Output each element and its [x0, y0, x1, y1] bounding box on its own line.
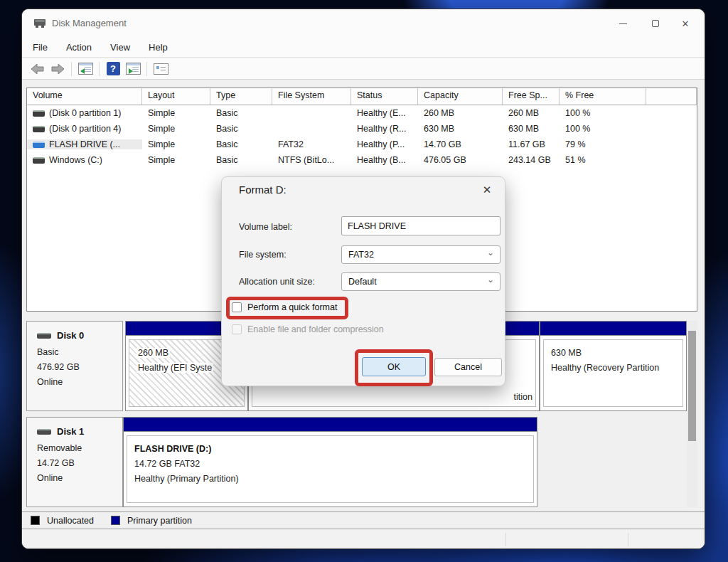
disk0-size: 476.92 GB: [37, 360, 122, 375]
volume-drive-icon-blue: [33, 142, 45, 148]
partition-recovery[interactable]: 630 MB Healthy (Recovery Partition: [540, 321, 687, 411]
close-button[interactable]: ✕: [669, 9, 702, 38]
disk0-label-box[interactable]: Disk 0 Basic 476.92 GB Online: [26, 321, 123, 411]
toolbar-separator: [99, 62, 100, 76]
console-tree-icon: [78, 63, 93, 75]
column-header-type[interactable]: Type: [210, 88, 272, 105]
volume-list-header: Volume Layout Type File System Status Ca…: [27, 88, 697, 105]
disk-icon: [37, 429, 51, 435]
dialog-title: Format D:: [239, 184, 287, 196]
disk0-state: Online: [37, 375, 122, 390]
column-header-pct-free[interactable]: % Free: [560, 88, 646, 105]
column-header-volume[interactable]: Volume: [27, 88, 142, 105]
menu-help[interactable]: Help: [149, 42, 168, 53]
column-header-free-space[interactable]: Free Sp...: [503, 88, 560, 105]
quick-format-checkbox[interactable]: [232, 302, 242, 312]
menu-bar: File Action View Help: [22, 38, 705, 58]
disk-management-window: Disk Management ✕ File Action View Help …: [21, 9, 705, 549]
table-row-selected[interactable]: FLASH DRIVE (... Simple Basic FAT32 Heal…: [27, 137, 697, 152]
table-row[interactable]: Windows (C:) Simple Basic NTFS (BitLo...…: [27, 152, 697, 168]
menu-file[interactable]: File: [33, 42, 48, 53]
toolbar-separator: [146, 62, 147, 76]
volume-label-input[interactable]: [341, 216, 500, 235]
legend-bar: Unallocated Primary partition: [22, 511, 705, 529]
disk0-kind: Basic: [37, 345, 122, 360]
volume-drive-icon: [33, 110, 45, 117]
compression-label: Enable file and folder compression: [247, 324, 384, 334]
table-row[interactable]: (Disk 0 partition 4) Simple Basic Health…: [27, 121, 697, 137]
volume-label-label: Volume label:: [239, 222, 292, 232]
maximize-button[interactable]: [639, 9, 672, 38]
ok-button[interactable]: OK: [362, 357, 426, 376]
unallocated-swatch: [31, 516, 40, 525]
dialog-close-button[interactable]: ✕: [479, 182, 495, 198]
disk1-kind: Removable: [37, 441, 122, 456]
file-system-select[interactable]: FAT32 ⌄: [341, 245, 500, 264]
disk1-label-box[interactable]: Disk 1 Removable 14.72 GB Online: [26, 417, 123, 507]
volume-drive-icon: [33, 157, 45, 164]
close-icon: ✕: [682, 18, 690, 29]
cancel-button[interactable]: Cancel: [434, 358, 502, 376]
legend-unallocated: Unallocated: [47, 516, 94, 526]
column-header-filler: [646, 88, 697, 105]
scrollbar-thumb[interactable]: [688, 331, 696, 441]
toolbar-separator: [71, 62, 72, 76]
chevron-down-icon: ⌄: [487, 275, 494, 285]
legend-primary-partition: Primary partition: [127, 516, 192, 526]
disk-icon: [37, 333, 51, 339]
back-arrow-icon: [31, 63, 45, 75]
partition-flash-drive[interactable]: FLASH DRIVE (D:) 14.72 GB FAT32 Healthy …: [123, 417, 537, 507]
back-button[interactable]: [28, 60, 48, 78]
quick-format-label: Perform a quick format: [247, 302, 337, 312]
toolbar: ?: [22, 58, 705, 80]
disk1-size: 14.72 GB: [37, 456, 122, 471]
window-title: Disk Management: [52, 18, 127, 28]
file-system-label: File system:: [239, 250, 287, 260]
column-header-layout[interactable]: Layout: [142, 88, 210, 105]
title-bar: Disk Management ✕: [22, 9, 705, 38]
format-dialog: Format D: ✕ Volume label: File system: F…: [221, 176, 505, 386]
menu-view[interactable]: View: [110, 42, 130, 53]
compression-checkbox-row: Enable file and folder compression: [232, 324, 384, 334]
disk1-state: Online: [37, 471, 122, 486]
properties-button[interactable]: [151, 60, 171, 78]
minimize-icon: [619, 23, 627, 24]
table-row[interactable]: (Disk 0 partition 1) Simple Basic Health…: [27, 105, 697, 121]
status-bar: [22, 529, 705, 549]
allocation-unit-select[interactable]: Default ⌄: [341, 272, 500, 291]
forward-button[interactable]: [48, 60, 68, 78]
column-header-file-system[interactable]: File System: [272, 88, 351, 105]
partition-color-band: [540, 322, 686, 336]
dialog-close-icon: ✕: [483, 184, 492, 196]
maximize-icon: [652, 20, 659, 27]
disk1-name: Disk 1: [57, 426, 84, 437]
action-pane-icon: [126, 63, 141, 75]
occluded-text-fragment: tition: [514, 392, 532, 402]
properties-icon: [154, 63, 168, 75]
chevron-down-icon: ⌄: [487, 248, 494, 258]
volume-drive-icon: [33, 126, 45, 132]
help-button[interactable]: ?: [103, 60, 123, 78]
column-header-capacity[interactable]: Capacity: [418, 88, 503, 105]
forward-arrow-icon: [50, 63, 65, 75]
help-icon: ?: [107, 62, 120, 75]
primary-partition-swatch: [111, 516, 120, 525]
minimize-button[interactable]: [606, 9, 639, 38]
show-action-pane-button[interactable]: [123, 60, 143, 78]
disk1-row: Disk 1 Removable 14.72 GB Online FLASH D…: [26, 417, 697, 507]
partition-color-band: [124, 418, 537, 432]
quick-format-checkbox-row[interactable]: Perform a quick format: [232, 302, 337, 312]
disk0-name: Disk 0: [57, 330, 84, 341]
allocation-unit-label: Allocation unit size:: [239, 277, 315, 287]
column-header-status[interactable]: Status: [351, 88, 418, 105]
vertical-scrollbar[interactable]: [687, 321, 697, 507]
menu-action[interactable]: Action: [66, 42, 92, 53]
compression-checkbox: [232, 324, 242, 334]
disk-management-app-icon: [33, 17, 46, 28]
show-console-tree-button[interactable]: [75, 60, 95, 78]
